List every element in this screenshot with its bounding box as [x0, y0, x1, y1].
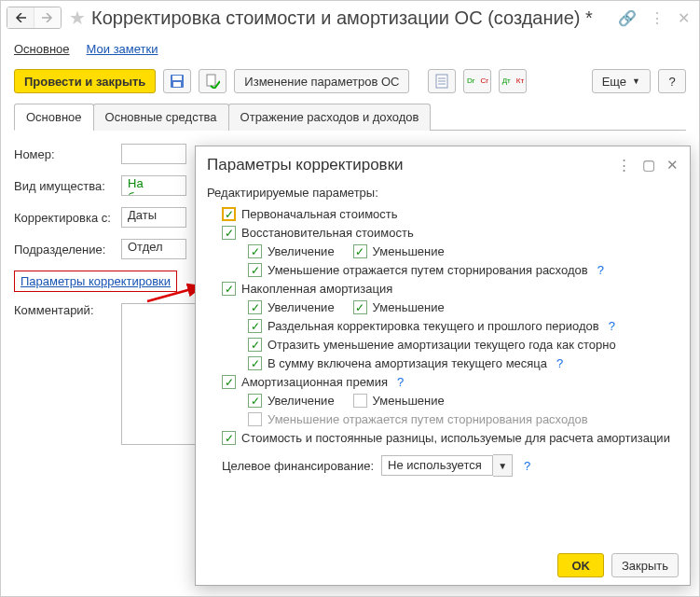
report-button[interactable] — [428, 69, 456, 93]
help-sep-adj[interactable]: ? — [609, 319, 615, 333]
chevron-down-icon: ▼ — [632, 76, 640, 86]
back-button[interactable] — [7, 7, 34, 28]
checkbox-accum-deprec[interactable]: ✓ — [222, 282, 236, 296]
label-bonus: Амортизационная премия — [241, 375, 388, 389]
dialog-more-icon[interactable]: ⋮ — [617, 157, 631, 174]
checkbox-rc-storno[interactable]: ✓ — [248, 263, 262, 277]
comment-label: Комментарий: — [14, 303, 121, 317]
tab-main[interactable]: Основное — [14, 104, 94, 131]
params-link[interactable]: Параметры корректировки — [14, 271, 177, 292]
page-title: Корректировка стоимости и амортизации ОС… — [91, 7, 618, 29]
asset-select[interactable]: На балан — [121, 175, 186, 196]
checkbox-ad-increase[interactable]: ✓ — [248, 300, 262, 314]
number-label: Номер: — [14, 147, 121, 161]
label-incl-month: В сумму включена амортизация текущего ме… — [268, 356, 547, 370]
section-main[interactable]: Основное — [14, 42, 70, 56]
change-params-button[interactable]: Изменение параметров ОС — [234, 69, 409, 93]
label-ad-decrease: Уменьшение — [373, 300, 445, 314]
save-button[interactable] — [163, 69, 191, 93]
target-fin-dropdown[interactable]: ▼ — [493, 454, 513, 477]
label-bonus-increase: Увеличение — [268, 394, 335, 408]
target-fin-label: Целевое финансирование: — [222, 459, 374, 473]
label-rc-increase: Увеличение — [268, 244, 335, 258]
nav-group — [7, 7, 62, 29]
svg-rect-2 — [173, 82, 181, 87]
dialog-close-button[interactable]: Закрыть — [611, 553, 679, 577]
help-bonus[interactable]: ? — [397, 375, 404, 389]
help-rc-storno[interactable]: ? — [597, 263, 604, 277]
favorite-star-icon[interactable]: ★ — [69, 7, 86, 29]
svg-rect-1 — [172, 76, 182, 80]
dialog-subtitle: Редактирируемые параметры: — [207, 186, 679, 200]
asset-label: Вид имущества: — [14, 179, 121, 193]
checkbox-sep-adj[interactable]: ✓ — [248, 319, 262, 333]
label-rc-storno: Уменьшение отражается путем сторнировани… — [268, 263, 588, 277]
corr-select[interactable]: Даты доку — [121, 207, 186, 228]
label-accum-deprec: Накопленная амортизация — [241, 282, 392, 296]
dialog-close-icon[interactable]: ✕ — [666, 157, 679, 174]
close-icon[interactable]: ✕ — [678, 9, 690, 27]
label-sep-adj: Раздельная корректировка текущего и прош… — [268, 319, 599, 333]
post-and-close-button[interactable]: Провести и закрыть — [14, 69, 156, 93]
help-button[interactable]: ? — [658, 69, 686, 93]
checkbox-bonus-increase[interactable]: ✓ — [248, 394, 262, 408]
label-bonus-storno: Уменьшение отражается путем сторнировани… — [268, 412, 588, 426]
section-notes[interactable]: Мои заметки — [87, 42, 158, 56]
help-incl-month[interactable]: ? — [556, 356, 563, 370]
post-button[interactable] — [199, 69, 226, 93]
help-target-fin[interactable]: ? — [524, 459, 530, 473]
checkbox-incl-month[interactable]: ✓ — [248, 356, 262, 370]
tab-expenses[interactable]: Отражение расходов и доходов — [228, 104, 432, 131]
checkbox-bonus-storno[interactable]: ✓ — [248, 412, 262, 426]
checkbox-cost-diff[interactable]: ✓ — [222, 431, 236, 445]
checkbox-repl-cost[interactable]: ✓ — [222, 226, 236, 240]
dept-select[interactable]: Отдел мар — [121, 239, 186, 259]
params-dialog: Параметры корректировки ⋮ ▢ ✕ Редактирир… — [195, 146, 691, 586]
checkbox-ad-decrease[interactable]: ✓ — [353, 300, 367, 314]
checkbox-bonus-decrease[interactable]: ✓ — [353, 394, 367, 408]
checkbox-reflect-decr[interactable]: ✓ — [248, 338, 262, 352]
label-reflect-decr: Отразить уменьшение амортизации текущего… — [268, 338, 616, 352]
checkbox-initial-cost[interactable]: ✓ — [222, 207, 236, 221]
dialog-title: Параметры корректировки — [207, 156, 606, 174]
dialog-ok-button[interactable]: OK — [557, 553, 604, 577]
target-fin-select[interactable]: Не используется — [381, 455, 493, 476]
corr-label: Корректировка с: — [14, 211, 121, 225]
dtkt-button[interactable]: ДтКт — [499, 69, 527, 93]
label-initial-cost: Первоначальная стоимость — [241, 207, 398, 221]
svg-rect-3 — [207, 75, 215, 86]
forward-button[interactable] — [34, 7, 61, 28]
label-repl-cost: Восстановительная стоимость — [241, 226, 414, 240]
checkbox-rc-increase[interactable]: ✓ — [248, 244, 262, 258]
dept-label: Подразделение: — [14, 243, 121, 257]
link-icon[interactable]: 🔗 — [618, 9, 637, 27]
more-icon[interactable]: ⋮ — [650, 9, 665, 27]
checkbox-bonus[interactable]: ✓ — [222, 375, 236, 389]
label-rc-decrease: Уменьшение — [373, 244, 445, 258]
drcr-button[interactable]: DrCr — [463, 69, 491, 93]
more-button[interactable]: Еще ▼ — [592, 69, 651, 93]
label-bonus-decrease: Уменьшение — [373, 394, 445, 408]
checkbox-rc-decrease[interactable]: ✓ — [353, 244, 367, 258]
label-cost-diff: Стоимость и постоянные разницы, использу… — [241, 431, 670, 445]
label-ad-increase: Увеличение — [268, 300, 335, 314]
tab-assets[interactable]: Основные средства — [93, 104, 229, 131]
dialog-maximize-icon[interactable]: ▢ — [642, 157, 655, 174]
number-input[interactable] — [121, 144, 186, 164]
